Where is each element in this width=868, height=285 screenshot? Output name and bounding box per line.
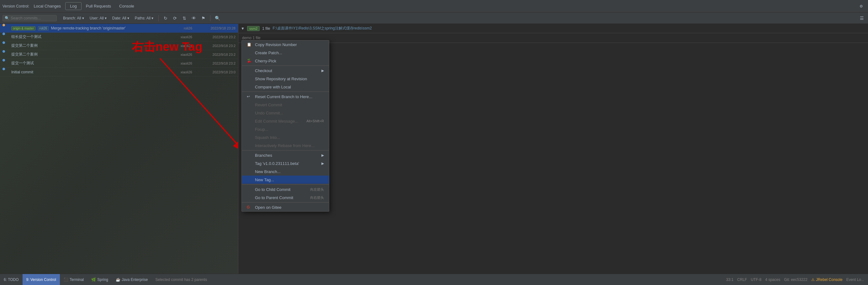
event-log-info[interactable]: Event Lo... [846, 278, 864, 282]
fetch-btn[interactable]: ⟳ [171, 14, 179, 22]
tab-log[interactable]: Log [65, 2, 82, 10]
menu-item-fixup: Fixup... [242, 125, 329, 133]
settings-icon[interactable]: ⚙ [857, 3, 866, 10]
tab-console[interactable]: Console [115, 2, 138, 10]
menu-item-squash: Squash Into... [242, 133, 329, 141]
jrebel-info[interactable]: ⚠ JRebel Console [811, 278, 843, 282]
search-btn[interactable]: 🔍 [214, 14, 221, 22]
demo-header: demo 1 file [238, 33, 868, 43]
menu-item-copy-revision[interactable]: 📋 Copy Revision Number [242, 40, 329, 49]
status-tab-spring[interactable]: 🌿 Spring [88, 274, 112, 285]
menu-item-label-tag: Tag 'v1.0.0.231111.beta' [255, 161, 299, 166]
search-icon: 🔍 [5, 16, 9, 20]
status-tab-todo-label: 6: TODO [4, 278, 19, 282]
annotation-text: 右击new Tag [132, 39, 202, 55]
paths-chevron-icon: ▾ [151, 16, 153, 20]
commit-dot-1 [2, 33, 5, 35]
tab-local-changes[interactable]: Local Changes [30, 2, 65, 10]
terminal-icon: ⬛ [64, 278, 68, 282]
edit-shortcut: Alt+Shift+R [306, 119, 324, 123]
menu-item-new-tag[interactable]: New Tag... [242, 176, 329, 184]
commit-tag-origin: origin & master [11, 26, 35, 30]
menu-item-create-patch[interactable]: Create Patch... [242, 49, 329, 57]
refresh-btn[interactable]: ↻ [162, 14, 169, 22]
menu-item-goto-child[interactable]: Go to Child Commit 向左箭头 [242, 185, 329, 193]
commit-graph-1 [2, 33, 10, 41]
file-count: 1 file [262, 26, 270, 31]
toolbar: 🔍 Branch: All ▾ User: All ▾ Date: All ▾ … [0, 12, 868, 24]
commit-message-0: origin & master roli26 Merge remote-trac… [10, 26, 169, 30]
date-dropdown[interactable]: Date: All ▾ [111, 15, 131, 21]
status-tab-vc-label: 9: Version Control [26, 278, 56, 282]
menu-item-label-create-patch: Create Patch... [255, 51, 282, 55]
menu-item-label-revert-commit: Revert Commit [255, 102, 282, 107]
status-right: 33:1 CRLF UTF-8 4 spaces Git: eec53222 ⚠… [722, 278, 868, 282]
tab-bar: Version Control: Local Changes Log Pull … [0, 0, 868, 12]
table-row[interactable]: 提交一个测试 xiaoli26 2022/9/18 23:2 [0, 59, 238, 68]
menu-item-show-repository[interactable]: Show Repository at Revision [242, 75, 329, 83]
commit-date-0: 2022/9/18 23:28 [195, 26, 236, 30]
menu-item-label-goto-parent: Go to Parent Commit [255, 195, 293, 200]
spring-icon: 🌿 [91, 278, 96, 282]
status-tab-todo[interactable]: 6: TODO [0, 274, 23, 285]
menu-item-label-compare-local: Compare with Local [255, 85, 291, 89]
commit-dot-2 [2, 41, 5, 44]
commit-dot-4 [2, 59, 5, 61]
tab-pull-requests[interactable]: Pull Requests [82, 2, 115, 10]
menu-item-reset-branch[interactable]: ↩ Reset Current Branch to Here... [242, 93, 329, 101]
menu-item-label-reset-branch: Reset Current Branch to Here... [255, 94, 312, 99]
status-tab-version-control[interactable]: 9: Version Control [23, 274, 60, 285]
position-info[interactable]: 33:1 [726, 278, 733, 282]
indent-info[interactable]: UTF-8 [751, 278, 762, 282]
status-tab-terminal[interactable]: ⬛ Terminal [60, 274, 88, 285]
menu-item-tag[interactable]: Tag 'v1.0.0.231111.beta' ▶ [242, 159, 329, 167]
toolbar-separator-1 [158, 15, 159, 21]
commit-date-4: 2022/9/18 23:2 [195, 61, 236, 65]
status-tab-java-label: Java Enterprise [122, 278, 148, 282]
flag-btn[interactable]: ⚑ [199, 14, 207, 22]
spaces-info[interactable]: 4 spaces [765, 278, 780, 282]
menu-item-revert-commit: Revert Commit [242, 101, 329, 109]
commit-dot-3 [2, 50, 5, 53]
paths-dropdown[interactable]: Paths: All ▾ [133, 15, 155, 21]
paths-value: All [147, 16, 151, 20]
search-field[interactable]: 🔍 [2, 15, 57, 21]
commit-author-4: xiaoli26 [169, 61, 195, 65]
menu-item-goto-parent[interactable]: Go to Parent Commit 向右箭头 [242, 193, 329, 201]
reset-icon: ↩ [247, 94, 253, 99]
commit-graph-0 [2, 24, 10, 33]
menu-item-branches[interactable]: Branches ▶ [242, 151, 329, 159]
encoding-info[interactable]: CRLF [737, 278, 747, 282]
table-row[interactable]: origin & master roli26 Merge remote-trac… [0, 24, 238, 33]
git-info[interactable]: Git: eec53222 [784, 278, 807, 282]
sort-btn[interactable]: ⇅ [181, 14, 188, 22]
user-value: All [99, 16, 103, 20]
user-label: User: [90, 16, 99, 20]
search-input[interactable] [11, 16, 55, 20]
branch-dropdown[interactable]: Branch: All ▾ [61, 15, 86, 21]
commit-date-5: 2022/9/18 23:0 [195, 70, 236, 74]
branch-label: Branch: [63, 16, 76, 20]
paths-label: Paths: [135, 16, 146, 20]
date-label: Date: [112, 16, 121, 20]
menu-separator-2 [242, 92, 329, 92]
main-content: origin & master roli26 Merge remote-trac… [0, 24, 868, 274]
menu-item-label-checkout: Checkout [255, 68, 272, 73]
status-tab-spring-label: Spring [97, 278, 108, 282]
menu-item-new-branch[interactable]: New Branch... [242, 167, 329, 176]
table-row[interactable]: Initial commit xiaoli26 2022/9/18 23:0 [0, 68, 238, 76]
user-dropdown[interactable]: User: All ▾ [88, 15, 108, 21]
file-path-header: F:\桌面课件\Y1\Redis\3.SSM之spring注解式缓存redis\… [273, 26, 372, 31]
commit-author-1: xiaoli26 [169, 35, 195, 39]
menu-item-compare-local[interactable]: Compare with Local [242, 83, 329, 91]
menu-item-cherry-pick[interactable]: 🍒 Cherry-Pick [242, 57, 329, 65]
commit-graph-5 [2, 68, 10, 76]
date-chevron-icon: ▾ [127, 16, 129, 20]
eye-btn[interactable]: 👁 [190, 14, 197, 22]
menu-item-edit-commit-message: Edit Commit Message... Alt+Shift+R [242, 117, 329, 125]
more-options-btn[interactable]: ☰ [858, 14, 866, 22]
menu-item-open-gitee[interactable]: G Open on Gitee [242, 203, 329, 211]
menu-item-checkout[interactable]: Checkout ▶ [242, 66, 329, 75]
menu-item-label-rebase: Interactively Rebase from Here... [255, 143, 314, 148]
status-tab-java-enterprise[interactable]: ☕ Java Enterprise [112, 274, 151, 285]
